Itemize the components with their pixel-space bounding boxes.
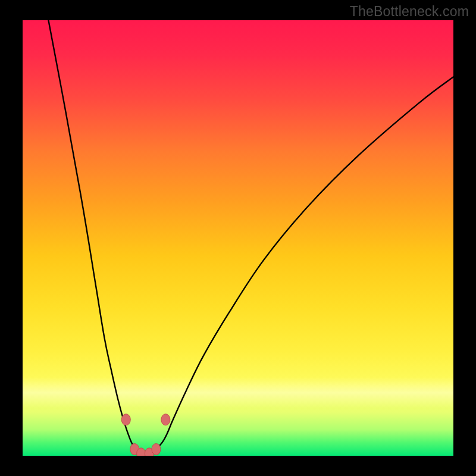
chart-svg xyxy=(23,20,453,456)
marker-0 xyxy=(121,414,130,425)
marker-1 xyxy=(161,414,170,425)
chart-frame: TheBottleneck.com xyxy=(0,0,476,476)
marker-5 xyxy=(152,444,161,455)
series-left-branch xyxy=(48,20,139,453)
series-right-branch xyxy=(152,77,453,453)
marker-3 xyxy=(137,448,146,456)
watermark-text: TheBottleneck.com xyxy=(350,4,469,20)
series-group xyxy=(48,20,453,453)
plot-area xyxy=(23,20,453,456)
